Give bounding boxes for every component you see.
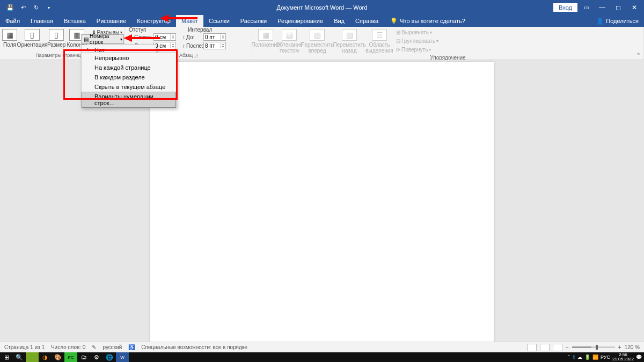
group-icon: ⊟ bbox=[396, 38, 400, 44]
save-icon[interactable]: 💾 bbox=[4, 2, 16, 13]
tab-review[interactable]: Рецензирование bbox=[272, 15, 328, 27]
spacing-after-icon: ↕ bbox=[182, 43, 185, 49]
lightbulb-icon: 💡 bbox=[390, 18, 398, 25]
tray-language[interactable]: РУС bbox=[601, 354, 610, 360]
tab-design[interactable]: Конструктор bbox=[131, 15, 176, 27]
zoom-out-icon[interactable]: − bbox=[566, 344, 569, 350]
check-icon: ✓ bbox=[85, 47, 89, 53]
margins-icon: ▦ bbox=[2, 29, 17, 41]
bring-forward-button: ▧ Переместить вперед bbox=[302, 28, 333, 54]
maximize-icon[interactable]: ◻ bbox=[611, 1, 626, 14]
rotate-icon: ⟳ bbox=[396, 47, 400, 53]
pycharm-icon[interactable]: PC bbox=[64, 352, 77, 362]
status-accessibility[interactable]: Специальные возможности: все в порядке bbox=[141, 344, 247, 350]
read-mode-icon[interactable] bbox=[527, 344, 537, 351]
tab-layout[interactable]: Макет bbox=[176, 15, 203, 27]
status-page[interactable]: Страница 1 из 1 bbox=[4, 344, 45, 350]
line-numbers-button[interactable]: ▤ Номера строк ▾ bbox=[81, 34, 124, 44]
zoom-slider[interactable] bbox=[572, 346, 615, 348]
tray-cloud-icon[interactable]: ☁ bbox=[577, 354, 582, 360]
windows-taskbar: ⊞ 🔍 ◑ 🎨 PC 🗂 ⚙ 🌐 W ˄ ᛒ ☁ 🔋 📶 РУС 2:56 21… bbox=[0, 352, 644, 362]
tray-bluetooth-icon[interactable]: ᛒ bbox=[573, 354, 575, 360]
status-bar: Страница 1 из 1 Число слов: 0 ✎ русский … bbox=[0, 342, 644, 352]
taskbar-app-3[interactable]: 🎨 bbox=[52, 352, 64, 362]
taskbar-app-1[interactable] bbox=[26, 352, 39, 362]
spacing-title: Интервал bbox=[188, 27, 212, 33]
send-backward-button: ▨ Переместить назад bbox=[334, 28, 365, 54]
line-numbers-submenu: Непрерывно На каждой странице В каждом р… bbox=[81, 53, 177, 108]
align-icon: ⊞ bbox=[396, 29, 400, 35]
spacing-after-input[interactable]: ▴▾ bbox=[203, 42, 226, 49]
tab-help[interactable]: Справка bbox=[350, 15, 384, 27]
menu-suppress[interactable]: Скрыть в текущем абзаце bbox=[82, 82, 176, 92]
start-icon[interactable]: ⊞ bbox=[0, 352, 13, 362]
tray-notifications-icon[interactable]: 💬 bbox=[636, 354, 642, 360]
menu-each-page[interactable]: На каждой странице bbox=[82, 63, 176, 72]
indent-right-input[interactable]: ▴▾ bbox=[153, 42, 176, 49]
menu-each-section[interactable]: В каждом разделе bbox=[82, 72, 176, 82]
indent-title: Отступ bbox=[129, 27, 146, 33]
share-button[interactable]: 👤 Поделиться bbox=[591, 15, 644, 27]
size-button[interactable]: ▯ Размер bbox=[47, 28, 65, 48]
size-icon: ▯ bbox=[49, 29, 64, 41]
print-layout-icon[interactable] bbox=[540, 344, 550, 351]
status-word-count[interactable]: Число слов: 0 bbox=[51, 344, 85, 350]
wrap-text-button: ▦ Обтекание текстом bbox=[278, 28, 301, 54]
zoom-level[interactable]: 120 % bbox=[625, 344, 640, 350]
tell-me-search[interactable]: 💡 Что вы хотите сделать? bbox=[384, 15, 465, 27]
tab-insert[interactable]: Вставка bbox=[58, 15, 91, 27]
margins-button[interactable]: ▦ Поля bbox=[2, 28, 17, 48]
page[interactable] bbox=[150, 62, 494, 342]
tray-chevron-icon[interactable]: ˄ bbox=[568, 354, 570, 360]
document-title: Документ Microsoft Word — Word bbox=[277, 4, 368, 11]
settings-icon[interactable]: ⚙ bbox=[90, 352, 103, 362]
zoom-in-icon[interactable]: + bbox=[618, 344, 621, 350]
login-button[interactable]: Вход bbox=[553, 3, 577, 12]
align-button: ⊞Выровнять▾ bbox=[394, 28, 441, 36]
search-icon[interactable]: 🔍 bbox=[13, 352, 26, 362]
redo-icon[interactable]: ↻ bbox=[30, 2, 42, 13]
ribbon-display-icon[interactable]: ▭ bbox=[579, 1, 594, 14]
accessibility-icon: ♿ bbox=[128, 344, 135, 350]
tab-mailings[interactable]: Рассылки bbox=[235, 15, 272, 27]
indent-left-input[interactable]: ▴▾ bbox=[153, 33, 176, 41]
rotate-button: ⟳Повернуть▾ bbox=[394, 45, 441, 54]
tab-home[interactable]: Главная bbox=[25, 15, 58, 27]
forward-icon: ▧ bbox=[310, 29, 325, 41]
tray-battery-icon[interactable]: 🔋 bbox=[584, 354, 590, 360]
spellcheck-icon[interactable]: ✎ bbox=[92, 344, 96, 350]
explorer-icon[interactable]: 🗂 bbox=[77, 352, 90, 362]
undo-icon[interactable]: ↶ bbox=[17, 2, 29, 13]
spacing-before-icon: ↕ bbox=[182, 34, 185, 40]
tab-file[interactable]: Файл bbox=[0, 15, 25, 27]
close-icon[interactable]: ✕ bbox=[627, 1, 642, 14]
wrap-icon: ▦ bbox=[282, 29, 297, 41]
web-layout-icon[interactable] bbox=[553, 344, 562, 351]
orientation-button[interactable]: ▯ Ориентация bbox=[18, 28, 46, 48]
selection-icon: ☰ bbox=[372, 29, 387, 41]
menu-line-number-options[interactable]: Варианты нумерации строк… bbox=[82, 92, 176, 108]
quick-access-toolbar: 💾 ↶ ↻ ▾ bbox=[0, 2, 55, 13]
position-button: ▦ Положение bbox=[254, 28, 277, 48]
word-icon[interactable]: W bbox=[116, 352, 129, 362]
orientation-icon: ▯ bbox=[25, 29, 40, 41]
backward-icon: ▨ bbox=[342, 29, 357, 41]
menu-continuous[interactable]: Непрерывно bbox=[82, 53, 176, 63]
tab-view[interactable]: Вид bbox=[328, 15, 350, 27]
spacing-before-input[interactable]: ▴▾ bbox=[203, 33, 226, 41]
tab-references[interactable]: Ссылки bbox=[203, 15, 235, 27]
minimize-icon[interactable]: — bbox=[595, 1, 610, 14]
line-numbers-icon: ▤ bbox=[84, 36, 89, 42]
tab-draw[interactable]: Рисование bbox=[91, 15, 131, 27]
qat-customize-icon[interactable]: ▾ bbox=[43, 2, 55, 13]
paragraph-launcher[interactable]: ◿ bbox=[193, 53, 199, 58]
chrome-icon[interactable]: 🌐 bbox=[103, 352, 116, 362]
status-language[interactable]: русский bbox=[103, 344, 122, 350]
collapse-ribbon-icon[interactable]: ⌃ bbox=[636, 52, 641, 59]
selection-pane-button: ☰ Область выделения bbox=[366, 28, 393, 54]
tray-wifi-icon[interactable]: 📶 bbox=[592, 354, 598, 360]
indent-left-icon: ⇤ bbox=[129, 34, 133, 40]
share-icon: 👤 bbox=[596, 18, 604, 25]
tray-clock[interactable]: 2:56 21.05.2022 bbox=[612, 353, 634, 361]
taskbar-app-2[interactable]: ◑ bbox=[39, 352, 52, 362]
